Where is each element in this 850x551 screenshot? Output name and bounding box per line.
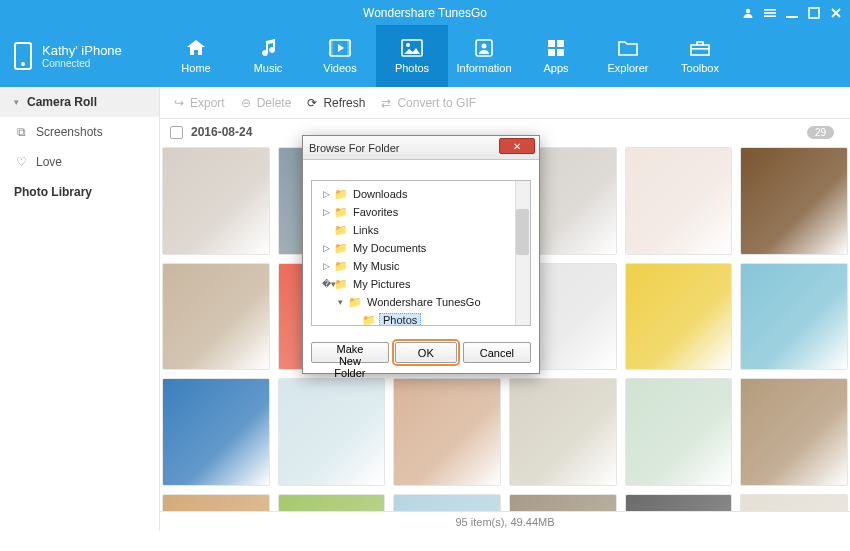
nav: Home Music Videos Photos Information App… [160,25,850,87]
dialog-close-button[interactable]: ✕ [499,138,535,154]
delete-button[interactable]: ⊖Delete [241,96,292,110]
sidebar-label: Camera Roll [27,95,97,109]
tree-item-photos[interactable]: 📁Photos [316,311,526,326]
photo-thumb[interactable] [740,147,848,255]
photo-thumb[interactable] [162,147,270,255]
svg-rect-14 [557,40,564,47]
nav-music[interactable]: Music [232,25,304,87]
cancel-button[interactable]: Cancel [463,342,531,363]
photo-thumb[interactable] [625,263,733,371]
scrollbar-thumb[interactable] [516,209,529,255]
refresh-button[interactable]: ⟳Refresh [307,96,365,110]
refresh-icon: ⟳ [307,96,317,110]
photo-thumb[interactable] [393,378,501,486]
group-date: 2016-08-24 [191,125,252,139]
photo-thumb[interactable] [625,147,733,255]
heart-icon: ♡ [14,155,28,169]
music-icon [256,38,280,58]
contacts-icon [472,38,496,58]
sidebar-item-love[interactable]: ♡ Love [0,147,159,177]
photo-thumb[interactable] [162,494,270,511]
nav-home[interactable]: Home [160,25,232,87]
sidebar-item-photo-library[interactable]: Photo Library [0,177,159,207]
nav-information[interactable]: Information [448,25,520,87]
photo-thumb[interactable] [278,378,386,486]
dialog-title: Browse For Folder [309,142,399,154]
svg-rect-4 [786,16,798,18]
svg-rect-13 [548,40,555,47]
photo-thumb[interactable] [162,263,270,371]
photo-thumb[interactable] [509,378,617,486]
photo-thumb[interactable] [740,263,848,371]
svg-rect-8 [347,40,350,56]
user-icon[interactable] [742,7,754,19]
header: Kathy' iPhone Connected Home Music Video… [0,25,850,87]
home-icon [184,38,208,58]
svg-rect-2 [764,12,776,14]
titlebar: Wondershare TunesGo [0,0,850,25]
tree-item-downloads[interactable]: ▷📁Downloads [316,185,526,203]
toolbar: ↪Export ⊖Delete ⟳Refresh ⇄Convert to GIF [160,87,850,119]
maximize-icon[interactable] [808,7,820,19]
gif-icon: ⇄ [381,96,391,110]
nav-toolbox[interactable]: Toolbox [664,25,736,87]
dialog-titlebar[interactable]: Browse For Folder ✕ [303,136,539,160]
apps-icon [544,38,568,58]
tree-item-my-pictures[interactable]: �▾📁My Pictures [316,275,526,293]
photo-thumb[interactable] [278,494,386,511]
export-icon: ↪ [174,96,184,110]
device-name: Kathy' iPhone [42,43,122,58]
export-button[interactable]: ↪Export [174,96,225,110]
photo-thumb[interactable] [162,378,270,486]
photo-thumb[interactable] [509,494,617,511]
caret-icon: ▾ [14,97,19,107]
nav-explorer[interactable]: Explorer [592,25,664,87]
status-bar: 95 item(s), 49.44MB [160,511,850,531]
device-panel[interactable]: Kathy' iPhone Connected [0,42,160,70]
photo-icon [400,38,424,58]
tree-scrollbar[interactable] [515,181,530,325]
tree-item-my-documents[interactable]: ▷📁My Documents [316,239,526,257]
select-all-checkbox[interactable] [170,126,183,139]
tree-item-my-music[interactable]: ▷📁My Music [316,257,526,275]
folder-tree[interactable]: ▷📁Downloads ▷📁Favorites 📁Links ▷📁My Docu… [311,180,531,326]
minimize-icon[interactable] [786,7,798,19]
device-info: Kathy' iPhone Connected [42,43,122,69]
video-icon [328,38,352,58]
svg-rect-3 [764,15,776,17]
nav-apps[interactable]: Apps [520,25,592,87]
photo-thumb[interactable] [625,378,733,486]
sidebar-label: Photo Library [14,185,92,199]
sidebar-item-camera-roll[interactable]: ▾ Camera Roll [0,87,159,117]
tree-item-wondershare[interactable]: ▾📁Wondershare TunesGo [316,293,526,311]
phone-icon [14,42,32,70]
device-status: Connected [42,58,122,69]
tree-item-favorites[interactable]: ▷📁Favorites [316,203,526,221]
photo-thumb[interactable] [393,494,501,511]
nav-videos[interactable]: Videos [304,25,376,87]
convert-gif-button[interactable]: ⇄Convert to GIF [381,96,476,110]
photo-thumb[interactable] [740,494,848,511]
delete-icon: ⊖ [241,96,251,110]
status-text: 95 item(s), 49.44MB [455,516,554,528]
nav-photos[interactable]: Photos [376,25,448,87]
make-new-folder-button[interactable]: Make New Folder [311,342,389,363]
sidebar-label: Love [36,155,62,169]
menu-icon[interactable] [764,7,776,19]
ok-button[interactable]: OK [395,342,457,363]
group-count: 29 [807,126,834,139]
dialog-buttons: Make New Folder OK Cancel [303,332,539,373]
app-title: Wondershare TunesGo [363,6,487,20]
svg-rect-7 [330,40,333,56]
svg-point-10 [406,43,410,47]
tree-item-links[interactable]: 📁Links [316,221,526,239]
svg-point-12 [482,44,487,49]
browse-folder-dialog: Browse For Folder ✕ ▷📁Downloads ▷📁Favori… [302,135,540,374]
close-icon[interactable] [830,7,842,19]
photo-thumb[interactable] [740,378,848,486]
folder-icon [616,38,640,58]
sidebar-item-screenshots[interactable]: ⧉ Screenshots [0,117,159,147]
window-controls [742,0,842,25]
photo-thumb[interactable] [625,494,733,511]
screenshot-icon: ⧉ [14,125,28,139]
